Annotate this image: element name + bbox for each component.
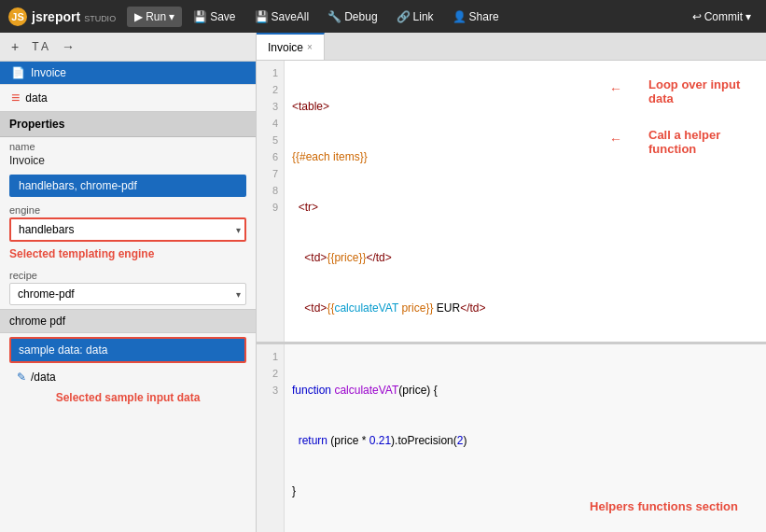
invoice-file-item[interactable]: 📄 Invoice <box>0 62 256 85</box>
data-file-icon: ≡ <box>11 90 20 106</box>
run-button[interactable]: ▶ Run ▾ <box>127 7 182 27</box>
invoice-file-name: Invoice <box>31 66 66 79</box>
code-line-2: {{#each items}} <box>292 148 759 165</box>
data-path-icon: ✎ <box>17 371 26 384</box>
recipe-select-row: recipe chrome-pdf ▾ <box>0 266 256 309</box>
invoice-file-icon: 📄 <box>11 66 25 79</box>
selected-sample-label: Selected sample input data <box>0 387 256 408</box>
name-property-row: name Invoice <box>0 137 256 171</box>
sample-data-item[interactable]: sample data: data <box>9 337 246 363</box>
invoice-tab-label: Invoice <box>268 41 303 54</box>
debug-icon: 🔧 <box>327 10 341 23</box>
link-icon: 🔗 <box>397 10 411 23</box>
name-label: name <box>9 141 246 152</box>
invoice-tab[interactable]: Invoice × <box>257 33 325 60</box>
tab-bar: Invoice × <box>257 33 766 61</box>
engine-select-label: engine <box>9 204 246 216</box>
properties-header: Properties <box>0 112 256 137</box>
bottom-code-line-1: function calculateVAT(price) { <box>292 382 759 399</box>
engine-select[interactable]: handlebars <box>9 217 246 242</box>
run-icon: ▶ <box>134 10 143 23</box>
saveall-icon: 💾 <box>255 10 269 23</box>
top-code-panel: 1 2 3 4 5 6 7 8 9 <table> {{#each items}… <box>257 61 766 344</box>
text-format-button[interactable]: T A <box>28 38 52 55</box>
line-num-6: 6 <box>257 148 284 165</box>
share-button[interactable]: 👤 Share <box>445 7 507 27</box>
chrome-pdf-section-header: chrome pdf <box>0 309 256 333</box>
engine-select-wrap: handlebars ▾ <box>9 217 246 242</box>
run-label: Run <box>146 10 166 23</box>
bottom-line-numbers: 1 2 3 <box>257 344 285 532</box>
saveall-button[interactable]: 💾 SaveAll <box>247 7 317 27</box>
line-num-3: 3 <box>257 98 284 115</box>
jsreport-logo-icon: JS <box>7 7 28 27</box>
line-num-1: 1 <box>257 64 284 81</box>
properties-panel: Properties name Invoice handlebars, chro… <box>0 111 256 408</box>
logo-text: jsreport <box>32 9 80 24</box>
share-label: Share <box>469 10 499 23</box>
debug-button[interactable]: 🔧 Debug <box>320 7 384 27</box>
add-button[interactable]: + <box>7 37 22 56</box>
data-path-item[interactable]: ✎ /data <box>0 367 256 387</box>
bottom-code-line-2: return (price * 0.21).toPrecision(2) <box>292 432 759 449</box>
editor-area: Invoice × 1 2 3 4 5 6 7 8 <box>257 33 766 532</box>
line-num-8: 8 <box>257 182 284 199</box>
save-label: Save <box>210 10 235 23</box>
save-icon: 💾 <box>193 10 207 23</box>
line-num-9: 9 <box>257 199 284 216</box>
recipe-select-wrap: chrome-pdf ▾ <box>9 283 246 305</box>
commit-icon: ↩ <box>692 10 702 23</box>
code-line-5: <td>{{calculateVAT price}} EUR</td> <box>292 300 759 316</box>
main-area: + T A → 📄 Invoice ≡ data Properties name… <box>0 33 766 532</box>
logo-studio: STUDIO <box>84 14 116 23</box>
line-num-2: 2 <box>257 81 284 98</box>
code-line-4: <td>{{price}}</td> <box>292 249 759 266</box>
debug-label: Debug <box>344 10 377 23</box>
bottom-line-num-2: 2 <box>257 365 284 382</box>
line-num-5: 5 <box>257 132 284 148</box>
save-button[interactable]: 💾 Save <box>186 7 243 27</box>
line-num-4: 4 <box>257 115 284 132</box>
code-line-1: <table> <box>292 98 759 115</box>
link-button[interactable]: 🔗 Link <box>389 7 441 27</box>
engine-tag: handlebars, chrome-pdf <box>9 175 246 197</box>
tab-close-button[interactable]: × <box>307 42 313 52</box>
commit-dropdown-icon: ▾ <box>745 10 751 23</box>
forward-button[interactable]: → <box>58 37 78 56</box>
name-value: Invoice <box>9 154 246 167</box>
bottom-code-content[interactable]: function calculateVAT(price) { return (p… <box>285 344 766 532</box>
commit-button[interactable]: ↩ Commit ▾ <box>685 7 759 27</box>
top-code-content[interactable]: <table> {{#each items}} <tr> <td>{{price… <box>285 61 766 342</box>
bottom-line-num-3: 3 <box>257 382 284 399</box>
bottom-line-num-1: 1 <box>257 348 284 365</box>
engine-select-row: engine handlebars ▾ <box>0 201 256 245</box>
bottom-code-line-3: } <box>292 483 759 499</box>
code-line-3: <tr> <box>292 199 759 216</box>
editor-panels: 1 2 3 4 5 6 7 8 9 <table> {{#each items}… <box>257 61 766 532</box>
link-label: Link <box>413 10 434 23</box>
bottom-code-area: 1 2 3 function calculateVAT(price) { ret… <box>257 344 766 532</box>
data-path-text: /data <box>31 371 56 384</box>
line-num-7: 7 <box>257 165 284 182</box>
sidebar-toolbar: + T A → <box>0 33 256 62</box>
recipe-select[interactable]: chrome-pdf <box>9 283 246 305</box>
sidebar: + T A → 📄 Invoice ≡ data Properties name… <box>0 33 257 532</box>
logo: JS jsreport STUDIO <box>7 7 116 27</box>
toolbar: JS jsreport STUDIO ▶ Run ▾ 💾 Save 💾 Save… <box>0 0 766 33</box>
run-dropdown-icon: ▾ <box>169 10 174 23</box>
recipe-select-label: recipe <box>9 270 246 281</box>
svg-text:JS: JS <box>11 11 23 22</box>
saveall-label: SaveAll <box>272 10 310 23</box>
bottom-code-panel: 1 2 3 function calculateVAT(price) { ret… <box>257 344 766 532</box>
top-line-numbers: 1 2 3 4 5 6 7 8 9 <box>257 61 285 342</box>
top-code-area: 1 2 3 4 5 6 7 8 9 <table> {{#each items}… <box>257 61 766 342</box>
share-icon: 👤 <box>453 10 467 23</box>
data-file-item[interactable]: ≡ data <box>0 85 256 111</box>
selected-engine-label: Selected templating engine <box>9 247 246 260</box>
data-file-name: data <box>25 91 47 105</box>
commit-label: Commit <box>704 10 743 23</box>
